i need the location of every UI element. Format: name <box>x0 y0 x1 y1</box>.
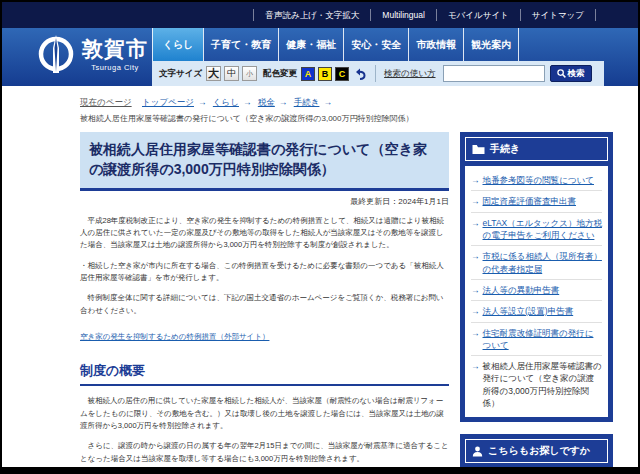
global-nav: くらし 子育て・教育 健康・福祉 安心・安全 市政情報 観光案内 <box>152 28 519 61</box>
sidebar-link[interactable]: 法人等設立(設置)申告書 <box>483 305 574 317</box>
breadcrumb-link-top[interactable]: トップページ <box>142 97 194 107</box>
sidebar-procedures-list: →地番参考図等の閲覧について →固定資産評価審査申出書 →eLTAX（エルタック… <box>465 166 608 417</box>
site-name-block: 敦賀市 Tsuruga City <box>82 37 148 72</box>
nav-tab-anshin[interactable]: 安心・安全 <box>343 28 408 61</box>
breadcrumb-arrow-icon: → <box>323 97 332 107</box>
site-name: 敦賀市 <box>82 37 148 61</box>
sidebar-procedures-widget: 手続き →地番参考図等の閲覧について →固定資産評価審査申出書 →eLTAX（エ… <box>460 132 613 422</box>
arrow-right-icon: → <box>471 217 480 242</box>
external-site-link[interactable]: 空き家の発生を抑制するための特例措置（外部サイト） <box>80 332 269 342</box>
topbar-link-mobile-site[interactable]: モバイルサイト <box>436 9 520 21</box>
sidebar-procedures-title: 手続き <box>465 137 608 161</box>
main-area: 被相続人居住用家屋等確認書の発行について（空き家の譲渡所得の3,000万円特別控… <box>2 124 638 474</box>
breadcrumb-arrow-icon: → <box>243 97 252 107</box>
intro-paragraph: 平成28年度税制改正により、空き家の発生を抑制するための特例措置として、相続又は… <box>80 215 449 252</box>
sidebar-related-title-label: こちらもお探しですか <box>488 444 590 458</box>
nav-tab-kurashi[interactable]: くらし <box>152 28 203 61</box>
accessibility-toolbar: 文字サイズ 大 中 小 配色変更 A B C 検索の使い方 検索 <box>152 61 604 86</box>
breadcrumb-page-name: 被相続人居住用家屋等確認書の発行について（空き家の譲渡所得の3,000万円特別控… <box>2 109 638 124</box>
sidebar-link[interactable]: 固定資産評価審査申出書 <box>483 195 577 207</box>
color-scheme-a-button[interactable]: A <box>301 67 315 81</box>
breadcrumb-link-kurashi[interactable]: くらし <box>213 97 239 107</box>
section-paragraph: 被相続人の居住の用に供していた家屋を相続した相続人が、当該家屋（耐震性のない場合… <box>80 395 449 432</box>
topbar-link-sitemap[interactable]: サイトマップ <box>520 9 596 21</box>
sidebar-item-souzokunin: →市税に係る相続人（現所有者）の代表者指定届 <box>471 246 602 280</box>
search-button-label: 検索 <box>568 68 585 80</box>
reset-color-icon[interactable] <box>353 67 367 81</box>
breadcrumb-link-zeikin[interactable]: 税金 <box>258 97 275 107</box>
topbar-link-voice-reading[interactable]: 音声読み上げ・文字拡大 <box>253 9 370 21</box>
sidebar-item-kotei-shisan: →固定資産評価審査申出書 <box>471 191 602 212</box>
person-icon <box>472 446 483 457</box>
arrow-right-icon: → <box>471 284 480 296</box>
arrow-right-icon: → <box>471 360 480 409</box>
intro-paragraph: ・相続した空き家が市内に所在する場合、この特例措置を受けるために必要な書類の一つ… <box>80 260 449 285</box>
intro-paragraph: 特例制度全体に関する詳細については、下記の国土交通省のホームページをご覧頂くか、… <box>80 292 449 317</box>
nav-tab-kosodate[interactable]: 子育て・教育 <box>203 28 278 61</box>
city-emblem-icon <box>36 34 76 74</box>
font-size-large-button[interactable]: 大 <box>206 66 221 81</box>
search-help-link[interactable]: 検索の使い方 <box>384 68 435 80</box>
breadcrumb-link-tetsuzuki[interactable]: 手続き <box>294 97 320 107</box>
page-title: 被相続人居住用家屋等確認書の発行について（空き家の譲渡所得の3,000万円特別控… <box>80 132 449 191</box>
color-scheme-c-button[interactable]: C <box>335 67 349 81</box>
sidebar-link[interactable]: eLTAX（エルタックス）地方税の電子申告をご利用ください <box>483 217 603 242</box>
arrow-right-icon: → <box>471 174 480 186</box>
font-size-small-button[interactable]: 小 <box>242 66 257 81</box>
browser-page: 音声読み上げ・文字拡大 Multilingual モバイルサイト サイトマップ … <box>0 0 640 474</box>
top-utility-bar: 音声読み上げ・文字拡大 Multilingual モバイルサイト サイトマップ <box>2 2 638 28</box>
sidebar-link[interactable]: 住宅耐震改修証明書の発行について <box>483 327 603 352</box>
sidebar-item-taishin: →住宅耐震改修証明書の発行について <box>471 323 602 357</box>
nav-tab-kankou[interactable]: 観光案内 <box>463 28 519 61</box>
sidebar-link[interactable]: 市税に係る相続人（現所有者）の代表者指定届 <box>483 250 603 275</box>
main-content: 被相続人居住用家屋等確認書の発行について（空き家の譲渡所得の3,000万円特別控… <box>80 132 449 474</box>
font-size-medium-button[interactable]: 中 <box>224 66 239 81</box>
search-button[interactable]: 検索 <box>550 65 592 82</box>
last-updated: 最終更新日：2024年1月1日 <box>80 196 449 207</box>
sidebar-link[interactable]: 法人等の異動申告書 <box>483 284 560 296</box>
breadcrumb-arrow-icon: → <box>279 97 288 107</box>
nav-tab-kenkou[interactable]: 健康・福祉 <box>278 28 343 61</box>
sidebar-item-houjin-idou: →法人等の異動申告書 <box>471 280 602 301</box>
sidebar: 手続き →地番参考図等の閲覧について →固定資産評価審査申出書 →eLTAX（エ… <box>460 132 613 474</box>
site-header: 敦賀市 Tsuruga City くらし 子育て・教育 健康・福祉 安心・安全 … <box>2 28 638 86</box>
sidebar-related-title: こちらもお探しですか <box>465 439 608 463</box>
arrow-right-icon: → <box>471 327 480 352</box>
search-icon <box>557 69 566 78</box>
sidebar-link[interactable]: 地番参考図等の閲覧について <box>483 174 595 186</box>
sidebar-item-current-page: →被相続人居住用家屋等確認書の発行について（空き家の譲渡所得の3,000万円特別… <box>471 356 602 413</box>
arrow-right-icon: → <box>471 195 480 207</box>
breadcrumb: 現在のページ トップページ→ くらし→ 税金→ 手続き→ <box>2 86 638 109</box>
folder-icon <box>472 144 485 155</box>
sidebar-item-chiban: →地番参考図等の閲覧について <box>471 170 602 191</box>
search-input[interactable] <box>443 65 545 82</box>
color-scheme-b-button[interactable]: B <box>318 67 332 81</box>
color-scheme-label: 配色変更 <box>263 68 297 80</box>
breadcrumb-arrow-icon: → <box>198 97 207 107</box>
arrow-right-icon: → <box>471 305 480 317</box>
bottom-border <box>2 467 638 474</box>
sidebar-item-eltax: →eLTAX（エルタックス）地方税の電子申告をご利用ください <box>471 213 602 247</box>
nav-tab-shisei[interactable]: 市政情報 <box>408 28 463 61</box>
sidebar-procedures-title-label: 手続き <box>490 142 520 156</box>
sidebar-item-houjin-setsuritsu: →法人等設立(設置)申告書 <box>471 301 602 322</box>
breadcrumb-current-label: 現在のページ <box>80 97 132 107</box>
font-size-label: 文字サイズ <box>159 68 202 80</box>
site-logo[interactable]: 敦賀市 Tsuruga City <box>36 34 148 74</box>
section-paragraph: さらに、譲渡の時から譲渡の日の属する年の翌年2月15日までの間に、当該家屋が耐震… <box>80 440 449 465</box>
topbar-link-multilingual[interactable]: Multilingual <box>370 9 436 21</box>
section-heading-overview: 制度の概要 <box>80 362 449 386</box>
site-name-en: Tsuruga City <box>82 63 148 72</box>
arrow-right-icon: → <box>471 250 480 275</box>
toolbar-divider <box>375 65 376 82</box>
sidebar-current-page-label: 被相続人居住用家屋等確認書の発行について（空き家の譲渡所得の3,000万円特別控… <box>483 360 603 409</box>
